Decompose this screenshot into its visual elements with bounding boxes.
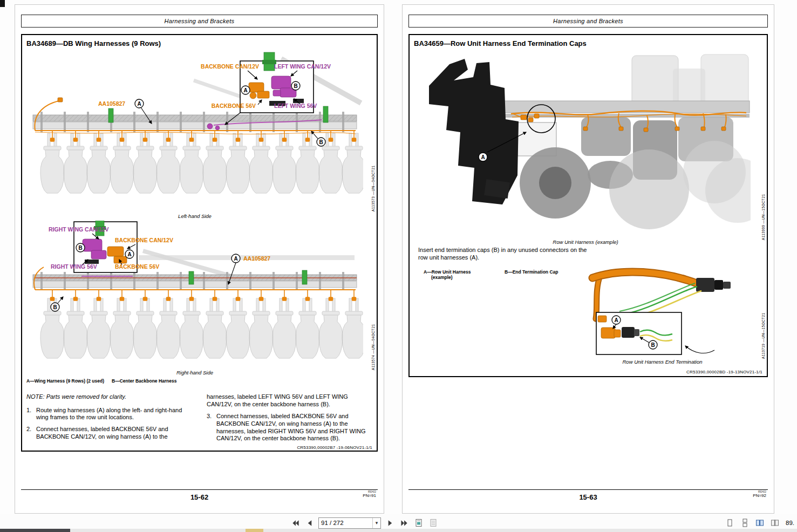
callout-b-badge: B xyxy=(51,303,59,311)
previous-page-button[interactable] xyxy=(304,516,316,529)
pn-block: 892422 PN=92 xyxy=(753,491,766,499)
note-text: NOTE: Parts were removed for clarity. xyxy=(26,393,188,401)
callout-a-badge: A xyxy=(125,250,134,258)
page-dropdown-arrow[interactable]: ▾ xyxy=(372,518,380,528)
toolbar-frame xyxy=(33,272,357,290)
legend-item-a: A—Row Unit Harness (example) xyxy=(424,269,487,280)
page-thumbnail-icon xyxy=(429,519,438,527)
legend-item-b: B—Center Backbone Harness xyxy=(112,378,233,384)
running-header: Harnessing and Brackets xyxy=(408,15,768,28)
callout-b-badge: B xyxy=(76,243,85,252)
bookmark-page-icon xyxy=(414,519,423,527)
taskbar-highlighted-app xyxy=(246,529,263,532)
single-page-view-icon xyxy=(725,519,734,527)
zoom-level[interactable]: 89. xyxy=(786,520,794,526)
figure-end-termination: A B xyxy=(588,265,737,358)
page-number: 15-62 xyxy=(15,493,384,501)
previous-page-icon xyxy=(306,519,314,527)
step-1: 1. Route wing harnesses (A) along the le… xyxy=(26,407,188,421)
page-navigation: ▾ xyxy=(289,516,439,529)
pn-label: PN=91 xyxy=(363,494,376,499)
view-mode-controls xyxy=(724,516,781,529)
running-header: Harnessing and Brackets xyxy=(21,15,378,28)
curved-arrow xyxy=(685,346,714,353)
figure-caption: Right-hand Side xyxy=(22,370,367,376)
figure-caption: Left-hand Side xyxy=(22,213,367,219)
gauge-wheels xyxy=(520,141,751,229)
section-title: BA34659—Row Unit Harness End Termination… xyxy=(414,39,587,47)
svg-text:B: B xyxy=(53,304,57,310)
screen-edge-artifact xyxy=(0,0,5,7)
first-page-icon xyxy=(291,519,299,527)
figure-caption: Row Unit Harness (example) xyxy=(420,239,751,245)
page-thumbnail-button[interactable] xyxy=(427,516,439,529)
svg-text:A: A xyxy=(127,251,131,257)
first-page-button[interactable] xyxy=(289,516,301,529)
text-column-2: harnesses, labeled LEFT WING 56V and LEF… xyxy=(207,393,369,447)
figure-id: A113574 —UN—04OCT21 xyxy=(371,313,375,370)
step-number: 2. xyxy=(26,426,36,440)
last-page-button[interactable] xyxy=(398,516,410,529)
label-aa105827: AA105827 xyxy=(98,100,125,107)
continuous-view-button[interactable] xyxy=(739,516,751,529)
label-backbone-56v: BACKBONE 56V xyxy=(115,263,159,270)
bookmark-page-button[interactable] xyxy=(413,516,425,529)
legend-item-a: A—Wing Harness (9 Rows) (2 used) xyxy=(26,378,114,384)
single-page-view-button[interactable] xyxy=(724,516,735,529)
book-view-button[interactable] xyxy=(769,516,781,529)
callout-a-badge: A xyxy=(135,99,144,108)
harness-trunk-orange xyxy=(592,272,699,284)
body-paragraph: Insert end termination caps (B) in any u… xyxy=(418,247,590,262)
label-left-wing-can-12v: LEFT WING CAN/12V xyxy=(274,63,331,70)
page-number-combo[interactable]: ▾ xyxy=(318,517,381,529)
step-text: Connect harnesses, labeled BACKBONE 56V … xyxy=(36,426,188,440)
svg-text:B: B xyxy=(78,245,82,251)
svg-text:A: A xyxy=(481,154,485,160)
callout-b-badge: B xyxy=(317,138,325,146)
next-page-button[interactable] xyxy=(384,516,396,529)
callout-a-badge: A xyxy=(231,254,240,263)
row-units xyxy=(40,298,363,358)
svg-text:A: A xyxy=(137,101,141,107)
label-left-wing-56v: LEFT WING 56V xyxy=(274,103,317,109)
svg-text:B: B xyxy=(294,83,297,89)
callout-a-badge: A xyxy=(612,316,621,324)
callout-b-badge: B xyxy=(291,81,300,90)
label-backbone-can-12v: BACKBONE CAN/12V xyxy=(201,63,259,70)
pn-block: 892422 PN=91 xyxy=(363,491,376,499)
figure-right-hand-side: RIGHT WING CAN/12V BACKBONE CAN/12V RIGH… xyxy=(28,221,363,372)
taskbar-edge xyxy=(0,529,797,532)
facing-pages-view-button[interactable] xyxy=(754,516,766,529)
running-header-text: Harnessing and Brackets xyxy=(165,18,235,24)
callout-a-badge: A xyxy=(241,86,250,94)
figure-left-hand-side: BACKBONE CAN/12V LEFT WING CAN/12V BACKB… xyxy=(28,51,363,213)
figure-id: A113719 —UN—15OCT21 xyxy=(761,309,765,359)
step-text: Route wing harnesses (A) along the left-… xyxy=(36,407,188,421)
manual-page-15-62: Harnessing and Brackets BA34689—DB Wing … xyxy=(15,4,384,514)
section-title: BA34689—DB Wing Harnesses (9 Rows) xyxy=(26,39,161,47)
legend-item-b: B—End Termination Cap xyxy=(505,269,593,275)
svg-text:A: A xyxy=(614,317,618,323)
label-right-wing-56v: RIGHT WING 56V xyxy=(51,263,97,270)
taskbar-dark-segment xyxy=(0,529,70,532)
facing-pages-view-icon xyxy=(755,519,764,527)
page-number: 15-63 xyxy=(403,493,774,501)
detail-inset xyxy=(596,312,682,354)
label-backbone-can-12v: BACKBONE CAN/12V xyxy=(115,237,173,243)
next-page-icon xyxy=(386,519,394,527)
book-view-icon xyxy=(771,519,779,527)
svg-text:A: A xyxy=(234,256,237,262)
page-number-input[interactable] xyxy=(319,520,372,526)
running-header-text: Harnessing and Brackets xyxy=(553,18,623,24)
footer-rule xyxy=(408,489,768,490)
callout-a-badge: A xyxy=(479,153,487,161)
figure-id: A113573 —UN—04OCT21 xyxy=(371,155,375,212)
last-page-icon xyxy=(400,519,408,527)
pdf-viewer-window: Harnessing and Brackets BA34689—DB Wing … xyxy=(0,0,797,532)
doc-code: CR53390,00002B7 -19-06NOV21-1/1 xyxy=(297,445,372,450)
manual-page-15-63: Harnessing and Brackets BA34659—Row Unit… xyxy=(402,4,774,514)
figure-caption: Row Unit Harness End Termination xyxy=(588,359,737,365)
step-text: Connect harnesses, labeled BACKBONE 56V … xyxy=(216,413,369,442)
seed-hoppers xyxy=(632,54,748,106)
svg-text:B: B xyxy=(651,342,655,348)
